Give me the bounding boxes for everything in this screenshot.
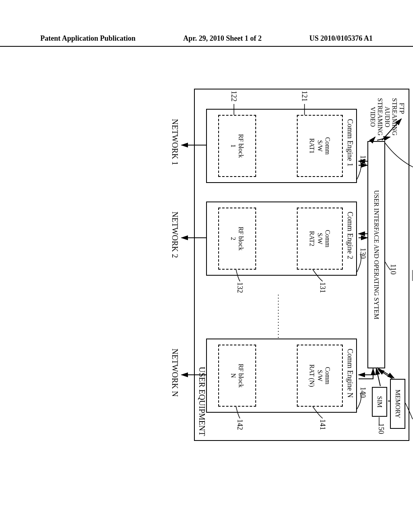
header-right: US 2010/0105376 A1: [309, 34, 373, 43]
header-center: Apr. 29, 2010 Sheet 1 of 2: [183, 34, 261, 43]
ref-120: 120: [359, 155, 367, 166]
comm-engine-n-title: Comm Engine N: [346, 349, 354, 398]
comm-engine-2-rf: RF block 2: [218, 208, 256, 270]
ref-121: 121: [300, 91, 309, 102]
ref-110: 110: [389, 264, 397, 274]
page-header: Patent Application Publication Apr. 29, …: [0, 34, 413, 47]
ref-130: 130: [359, 248, 367, 259]
ref-122: 122: [229, 91, 238, 102]
network-1-label: NETWORK 1: [170, 119, 179, 165]
figure-1-diagram: FIG. 1 100 FTP STREAMING AUDIO STREAMING…: [22, 129, 389, 399]
example-ftp: FTP: [398, 103, 405, 114]
ref-141: 141: [318, 419, 327, 430]
ref-142: 142: [236, 419, 244, 430]
comm-engine-2-title: Comm Engine 2: [346, 212, 354, 259]
header-left: Patent Application Publication: [40, 34, 136, 43]
ref-140: 140: [359, 387, 367, 398]
sim-box: SIM: [372, 387, 387, 417]
network-n-label: NETWORK N: [170, 349, 179, 397]
comm-engine-n-rf: RF block N: [218, 345, 256, 407]
sim-text: SIM: [375, 396, 383, 407]
ref-150: 150: [377, 423, 385, 434]
ref-160: 160: [411, 415, 413, 426]
ref-100: 100: [411, 270, 413, 281]
comm-engine-1-title: Comm Engine 1: [346, 119, 354, 166]
comm-engine-1-rf: RF block 1: [218, 115, 256, 177]
memory-box: MEMORY: [390, 379, 405, 429]
comm-engine-1-sw: Comm S/W RAT1: [297, 115, 343, 177]
uios-text: USER INTERFACE AND OPERATING SYTEM: [372, 190, 380, 320]
user-equipment-label: USER EQUIPMENT: [197, 367, 206, 436]
example-streaming-audio: STREAMING AUDIO: [384, 95, 398, 139]
comm-engine-n-sw: Comm S/W RAT (N): [297, 345, 343, 407]
comm-engine-2-sw: Comm S/W RAT2: [297, 208, 343, 270]
uios-box: USER INTERFACE AND OPERATING SYTEM: [367, 141, 385, 368]
ref-132: 132: [236, 282, 244, 293]
ref-131: 131: [318, 282, 327, 293]
network-2-label: NETWORK 2: [170, 212, 179, 258]
memory-text: MEMORY: [394, 389, 401, 418]
example-streaming-video: STREAMING VIDEO: [369, 95, 384, 139]
